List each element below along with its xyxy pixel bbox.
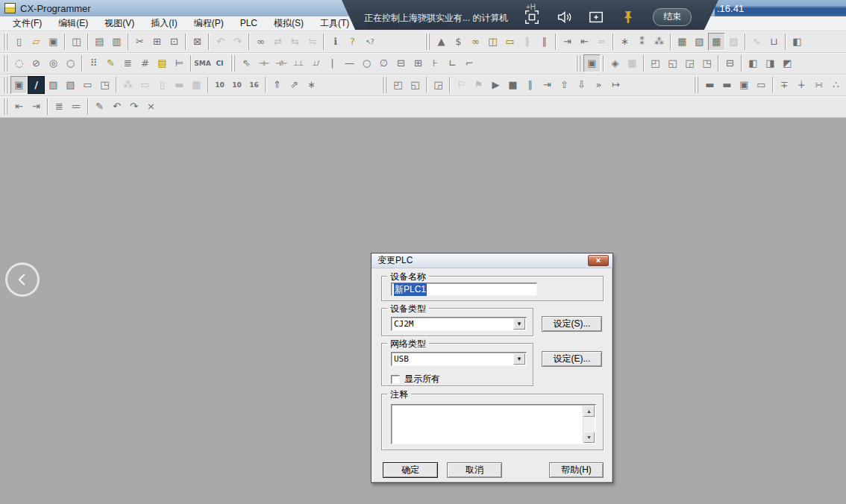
scroll-up-icon[interactable]: ▲: [583, 406, 595, 417]
new-window-icon[interactable]: [588, 9, 604, 25]
undo-icon[interactable]: ↶: [212, 33, 229, 51]
sim-pause-icon[interactable]: ∥: [521, 76, 539, 94]
sim-mode-icon[interactable]: ◲: [430, 76, 447, 94]
back-button[interactable]: [5, 262, 40, 297]
io-memory-icon[interactable]: ▦: [188, 76, 205, 94]
options-window-icon[interactable]: ◩: [779, 54, 796, 72]
replace-icon[interactable]: ⇄: [269, 33, 286, 51]
find-online-icon[interactable]: ∞: [467, 33, 484, 51]
pause-icon[interactable]: ∥: [536, 33, 553, 51]
print-preview-icon[interactable]: ▥: [108, 33, 125, 51]
vertical-line-icon[interactable]: |: [324, 54, 341, 72]
layers-icon[interactable]: ◈: [607, 54, 624, 72]
save-icon[interactable]: ▣: [45, 33, 62, 51]
network-type-select[interactable]: USB ▼: [391, 352, 527, 366]
paste-special-icon[interactable]: ⊠: [189, 33, 206, 51]
find-icon[interactable]: ∞: [252, 33, 269, 51]
rung-enable-icon[interactable]: ◲: [681, 54, 698, 72]
line-connect-icon[interactable]: ∟: [444, 54, 461, 72]
force-cancel-icon[interactable]: ⁂: [651, 33, 668, 51]
menu-simulate[interactable]: 模拟(S): [266, 16, 312, 32]
cut-icon[interactable]: ✂: [131, 33, 148, 51]
block-anchor-icon[interactable]: ≔: [68, 98, 85, 116]
local-symbol-icon[interactable]: ▧: [62, 76, 79, 94]
work-online-icon[interactable]: ▲: [433, 33, 450, 51]
scan-run-icon[interactable]: ↦: [607, 76, 624, 94]
indent-left-icon[interactable]: ⇤: [10, 98, 28, 116]
properties-icon[interactable]: ◳: [96, 76, 113, 94]
transfer-to-plc-icon[interactable]: ⇥: [559, 33, 576, 51]
menu-program[interactable]: 编程(P): [186, 16, 232, 32]
force-on-icon[interactable]: ∗: [616, 33, 633, 51]
closed-contact-icon[interactable]: ⊣/⊢: [272, 54, 289, 72]
help-button[interactable]: 帮助(H): [549, 462, 604, 478]
rung-disable-icon[interactable]: ◳: [698, 54, 715, 72]
compare-program-icon[interactable]: ≃: [593, 33, 610, 51]
rung-insert-below-icon[interactable]: ◱: [664, 54, 681, 72]
rung-comment-icon[interactable]: ✎: [102, 54, 119, 72]
comment-scrollbar[interactable]: ▲ ▼: [583, 406, 595, 443]
simulator-online-icon[interactable]: /: [28, 76, 45, 94]
output-window-icon[interactable]: ◨: [762, 54, 779, 72]
clear-breakpoint-icon[interactable]: ⚑: [470, 76, 487, 94]
info-icon[interactable]: ℹ: [327, 33, 344, 51]
signed-decimal-view-icon[interactable]: 10: [228, 76, 245, 94]
speaker-icon[interactable]: [556, 9, 572, 25]
toolbar-grip[interactable]: [382, 77, 388, 93]
window-float-icon[interactable]: ▭: [79, 76, 96, 94]
toolbar-grip[interactable]: [231, 55, 236, 72]
compile-check-icon[interactable]: ◫: [68, 33, 85, 51]
device-settings-button[interactable]: 设定(S)...: [542, 316, 602, 332]
show-all-checkbox[interactable]: [391, 375, 400, 384]
trace-open-icon[interactable]: ▬: [701, 76, 718, 94]
network-type-dropdown-icon[interactable]: ▼: [513, 353, 525, 365]
invert-icon[interactable]: ⊦: [427, 54, 444, 72]
rung-insert-above-icon[interactable]: ◰: [647, 54, 664, 72]
line-delete-icon[interactable]: ⌐: [461, 54, 478, 72]
menu-file[interactable]: 文件(F): [4, 16, 50, 32]
project-window-icon[interactable]: ▣: [10, 76, 28, 94]
address-reference-icon[interactable]: ⊟: [721, 54, 739, 72]
mark-clear-icon[interactable]: ×: [142, 98, 160, 116]
io-table-compare-icon[interactable]: ▨: [725, 33, 742, 51]
sim-stop-icon[interactable]: ■: [504, 76, 521, 94]
trace-read-icon[interactable]: ▭: [753, 76, 770, 94]
pause-monitor-icon[interactable]: ∥: [518, 33, 536, 51]
cross-reference-icon[interactable]: ⁂: [119, 76, 137, 94]
chart-scale-icon[interactable]: ∺: [810, 76, 827, 94]
pin-icon[interactable]: [620, 9, 636, 25]
select-tool-icon[interactable]: ⇖: [238, 54, 255, 72]
find-next-icon[interactable]: ⇆: [286, 33, 304, 51]
comment-textarea[interactable]: ▲ ▼: [391, 404, 596, 444]
toolbar-grip[interactable]: [576, 55, 582, 72]
step-run-icon[interactable]: ⇥: [539, 76, 556, 94]
chart-cursor-icon[interactable]: ∔: [793, 76, 810, 94]
hex-view-icon[interactable]: 16: [245, 76, 263, 94]
mark-undo-icon[interactable]: ↶: [108, 98, 125, 116]
close-icon[interactable]: ×: [588, 255, 609, 266]
context-help-icon[interactable]: ↖?: [361, 33, 378, 51]
memory-window-icon[interactable]: ▬: [171, 76, 188, 94]
mark-set-icon[interactable]: ✎: [91, 98, 108, 116]
horizontal-line-icon[interactable]: —: [341, 54, 358, 72]
closed-coil-icon[interactable]: ∅: [375, 54, 392, 72]
change-all-icon[interactable]: ≒: [304, 33, 321, 51]
device-type-select[interactable]: CJ2M ▼: [391, 317, 527, 331]
breakpoint-icon[interactable]: ⚐: [453, 76, 470, 94]
monitor-warning-icon[interactable]: ◫: [484, 33, 501, 51]
closed-or-contact-icon[interactable]: ⊥/: [307, 54, 324, 72]
dialog-titlebar[interactable]: 变更PLC ×: [372, 253, 612, 268]
toolbar-grip[interactable]: [3, 77, 9, 93]
indent-right-icon[interactable]: ⇥: [28, 98, 45, 116]
contact-icon[interactable]: ⊣⊢: [255, 54, 272, 72]
step-in-icon[interactable]: ⇧: [556, 76, 573, 94]
scroll-down-icon[interactable]: ▼: [583, 432, 595, 443]
go-to-next-icon[interactable]: ⇗: [286, 76, 303, 94]
trace-start-icon[interactable]: ▣: [736, 76, 753, 94]
grid-icon[interactable]: ⠿: [85, 54, 102, 72]
ok-button[interactable]: 确定: [383, 462, 438, 478]
device-type-dropdown-icon[interactable]: ▼: [513, 318, 525, 330]
watch-sheet-icon[interactable]: ▯: [154, 76, 171, 94]
block-list-icon[interactable]: ≣: [51, 98, 68, 116]
cross-window-icon[interactable]: ▨: [45, 76, 62, 94]
